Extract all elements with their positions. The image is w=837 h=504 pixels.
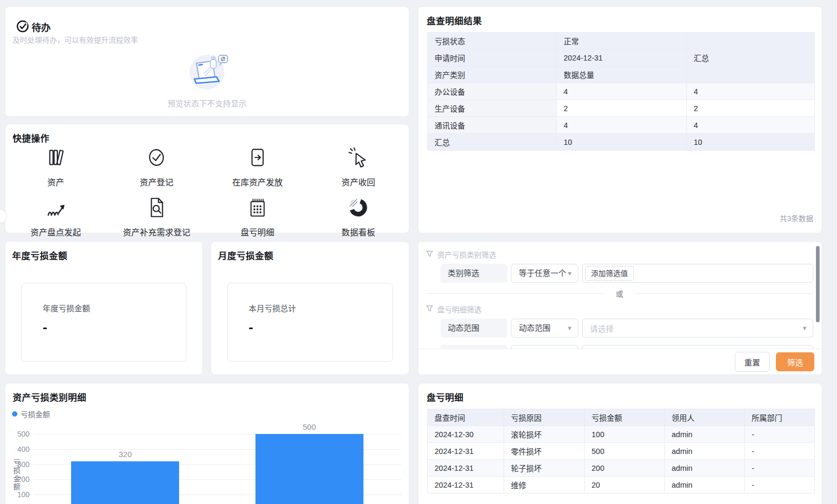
quick-action-label: 数据看板 <box>341 225 375 238</box>
funnel-icon <box>426 304 434 314</box>
todo-subtitle: 及时处理待办，可以有效提升流程效率 <box>13 34 138 45</box>
monthly-loss-card: 本月亏损总计 - <box>227 283 393 362</box>
funnel-icon <box>426 250 434 259</box>
pivot-cell: 10 <box>557 134 687 151</box>
quick-action-data-board[interactable]: 数据看板 <box>308 195 409 238</box>
empty-state-illustration <box>181 86 233 95</box>
cursor-click-icon <box>346 145 370 172</box>
quick-action-inventory-start[interactable]: 资产盘点发起 <box>5 195 106 238</box>
cell: - <box>745 477 815 493</box>
bar <box>71 461 179 504</box>
quick-action-label: 在库资产发放 <box>232 175 283 188</box>
loss-category-chart-panel: 资产亏损类别明细 亏损金额 亏损金额 500400300200100320500 <box>5 383 409 504</box>
cell: 100 <box>585 426 665 443</box>
chevron-down-icon: ▼ <box>567 264 573 282</box>
pivot-cell: 4 <box>687 83 815 100</box>
pivot-cell: 亏损状态 <box>428 33 557 50</box>
table-row: 办公设备 4 4 <box>428 83 815 100</box>
quick-action-loss-detail[interactable]: 盘亏明细 <box>207 195 308 238</box>
cell: 20 <box>585 477 665 493</box>
operator-select[interactable]: 动态范围 ▼ <box>511 319 578 338</box>
y-tick-label: 400 <box>5 445 29 453</box>
y-tick-label: 200 <box>5 475 29 483</box>
cell: - <box>745 443 815 460</box>
pivot-cell: 2 <box>557 100 687 117</box>
cell: admin <box>665 443 745 460</box>
or-divider: 或 <box>426 283 813 304</box>
loss-detail-panel: 盘亏明细 盘查时间 亏损原因 亏损金额 领用人 所属部门 2024-12-30 … <box>418 383 822 504</box>
add-filter-value-button[interactable]: 添加筛选值 <box>585 266 634 281</box>
pivot-cell: 通讯设备 <box>428 117 557 134</box>
cell: admin <box>665 426 745 443</box>
annual-loss-panel: 年度亏损金额 年度亏损金额 - <box>5 241 203 375</box>
value-select[interactable]: 请选择 ▼ <box>582 319 813 338</box>
cell: 500 <box>585 443 665 460</box>
operator-select-value: 动态范围 <box>519 319 550 337</box>
quick-action-label: 资产 <box>47 175 64 188</box>
cell: 维修 <box>504 477 585 493</box>
cell: - <box>745 460 815 477</box>
stat-label: 年度亏损金额 <box>43 302 90 313</box>
todo-title: 待办 <box>32 20 51 34</box>
pivot-cell: 生产设备 <box>428 100 557 117</box>
table-header-row: 盘查时间 亏损原因 亏损金额 领用人 所属部门 <box>428 409 815 426</box>
quick-action-assets[interactable]: 资产 <box>5 145 106 188</box>
bar <box>255 434 363 504</box>
doc-search-icon <box>144 195 169 222</box>
apply-filter-button[interactable]: 筛选 <box>776 352 814 371</box>
pivot-cell: 办公设备 <box>428 83 557 100</box>
bar-value-label: 320 <box>104 450 146 459</box>
empty-state-text: 预览状态下不支持显示 <box>5 97 409 108</box>
stat-value: - <box>249 319 253 335</box>
bar-chart-plot: 500400300200100320500 <box>5 383 409 504</box>
quick-action-label: 资产登记 <box>140 175 173 188</box>
quick-actions-panel: 快捷操作 资产 资产登记 <box>5 124 409 233</box>
quick-action-dispatch[interactable]: 在库资产发放 <box>207 145 308 188</box>
pivot-cell: 资产类别 <box>428 66 557 83</box>
panel-title: 快捷操作 <box>13 131 50 144</box>
bar-value-label: 500 <box>288 422 330 431</box>
quick-action-supplement-register[interactable]: 资产补充需求登记 <box>106 195 208 238</box>
todo-panel: 待办 及时处理待办，可以有效提升流程效率 预览状态下不支持显示 <box>5 6 409 117</box>
panel-title: 盘查明细结果 <box>427 14 482 27</box>
inventory-result-panel: 盘查明细结果 亏损状态 正常 汇总 申请时间 2024-12-31 资产类别 数… <box>418 6 822 233</box>
y-tick-label: 500 <box>5 430 29 438</box>
pivot-cell: 4 <box>557 117 687 134</box>
filter-section-label: 资产亏损类别筛选 <box>437 249 496 260</box>
reset-button[interactable]: 重置 <box>735 352 770 372</box>
table-row: 2024-12-31 轮子损坏 200 admin - <box>428 460 815 477</box>
filter-field-label: 动态范围 <box>440 319 507 338</box>
check-oval-icon <box>144 145 169 172</box>
quick-action-recall[interactable]: 资产收回 <box>308 145 409 188</box>
panel-title: 年度亏损金额 <box>12 249 67 262</box>
notebook-icon <box>245 195 270 222</box>
pivot-merged-cell: 汇总 <box>687 33 815 83</box>
trend-up-icon <box>44 195 68 222</box>
column-header: 所属部门 <box>745 409 815 426</box>
pivot-cell: 2024-12-31 <box>557 50 687 66</box>
column-header: 亏损金额 <box>585 409 665 426</box>
table-row: 2024-12-31 零件损坏 500 admin - <box>428 443 815 460</box>
chevron-down-icon: ▼ <box>567 319 573 337</box>
cell: 零件损坏 <box>504 443 585 460</box>
annual-loss-card: 年度亏损金额 - <box>21 283 186 362</box>
scrollbar[interactable] <box>816 246 820 322</box>
filter-field-label: 类别筛选 <box>440 264 507 283</box>
filter-values-input[interactable]: 添加筛选值 <box>582 264 813 283</box>
y-tick-label: 100 <box>5 490 29 499</box>
quick-action-label: 盘亏明细 <box>241 225 274 238</box>
cell: 2024-12-31 <box>428 460 504 477</box>
stat-label: 本月亏损总计 <box>249 302 296 313</box>
quick-action-asset-register[interactable]: 资产登记 <box>106 145 208 188</box>
quick-action-label: 资产收回 <box>341 175 375 188</box>
books-icon <box>44 145 68 172</box>
inventory-pivot-table: 亏损状态 正常 汇总 申请时间 2024-12-31 资产类别 数据总量 办公设… <box>427 32 815 151</box>
table-row: 通讯设备 4 4 <box>428 117 815 134</box>
pivot-cell: 4 <box>557 83 687 100</box>
table-row: 2024-12-31 维修 20 admin - <box>428 477 815 493</box>
operator-select[interactable]: 等于任意一个 ▼ <box>511 264 578 283</box>
filter-panel: 资产亏损类别筛选 类别筛选 等于任意一个 ▼ 添加筛选值 或 <box>418 241 822 375</box>
stat-value: - <box>43 319 47 335</box>
dispatch-arrow-icon <box>245 145 270 172</box>
cell: 滚轮损坏 <box>504 426 585 443</box>
